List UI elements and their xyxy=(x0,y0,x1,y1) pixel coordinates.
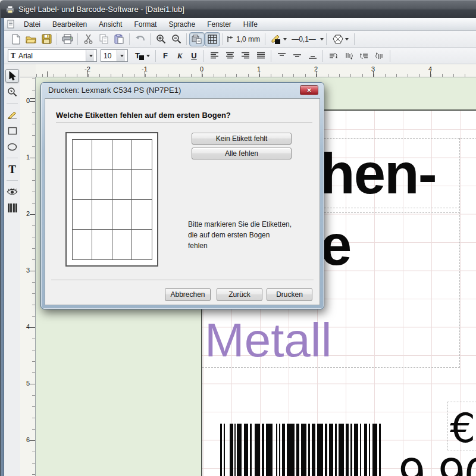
pen-color-button[interactable] xyxy=(268,32,289,46)
label-cell[interactable] xyxy=(131,169,152,200)
view-grid-toggle[interactable] xyxy=(205,32,220,46)
copy-button[interactable] xyxy=(96,32,111,46)
menu-sprache[interactable]: Sprache xyxy=(163,19,201,30)
pencil-icon xyxy=(7,110,17,119)
currency-symbol[interactable]: € xyxy=(450,408,475,449)
rotate-180-button[interactable] xyxy=(356,49,372,63)
zoom-out-icon xyxy=(171,34,181,44)
label-headline-fragment[interactable]: hen- xyxy=(320,145,436,202)
bold-button[interactable]: F xyxy=(158,49,173,62)
align-justify-button[interactable] xyxy=(253,49,268,63)
label-cell[interactable] xyxy=(92,169,112,200)
valign-top-button[interactable] xyxy=(274,49,289,63)
menu-hilfe[interactable]: Hilfe xyxy=(238,19,263,30)
menu-bearbeiten[interactable]: Bearbeiten xyxy=(47,19,92,30)
save-button[interactable] xyxy=(39,32,54,46)
pencil-tool-button[interactable] xyxy=(5,108,19,121)
label-cell[interactable] xyxy=(131,139,152,170)
ellipse-icon xyxy=(7,143,17,151)
text-tool-button[interactable]: T xyxy=(5,162,19,176)
vruler-label: 1 xyxy=(26,154,30,161)
valign-bottom-button[interactable] xyxy=(305,49,320,63)
label-headline-fragment[interactable]: e xyxy=(320,217,350,274)
open-file-button[interactable] xyxy=(23,32,39,46)
label-cell[interactable] xyxy=(131,199,152,230)
font-family-dropdown-arrow xyxy=(86,50,94,61)
label-cell[interactable] xyxy=(131,229,152,260)
label-cell[interactable] xyxy=(72,139,93,170)
document-icon[interactable] xyxy=(7,20,15,29)
cancel-button[interactable]: Abbrechen xyxy=(165,288,211,301)
new-document-icon xyxy=(11,34,21,45)
barcode-tool-button[interactable] xyxy=(5,201,19,215)
format-toolbar: T Arial 10 T F K U xyxy=(4,48,476,64)
cut-button[interactable] xyxy=(80,32,96,46)
align-center-button[interactable] xyxy=(222,49,237,63)
valign-middle-button[interactable] xyxy=(289,49,305,63)
copy-icon xyxy=(99,34,109,44)
material-text[interactable]: Metall xyxy=(205,317,331,364)
align-right-button[interactable] xyxy=(237,49,253,63)
label-cell[interactable] xyxy=(112,229,133,260)
label-cell[interactable] xyxy=(72,199,93,230)
select-tool-button[interactable] xyxy=(5,69,19,83)
print-confirm-button[interactable]: Drucken xyxy=(267,288,312,301)
title-bar[interactable]: Sigel Label- und Barcode-Software - [Dat… xyxy=(0,0,476,18)
hruler-label: -1 xyxy=(142,65,148,73)
ellipse-tool-button[interactable] xyxy=(5,140,19,154)
label-cell[interactable] xyxy=(112,199,133,230)
label-cell[interactable] xyxy=(72,229,93,260)
no-label-missing-button[interactable]: Kein Etikett fehlt xyxy=(192,133,292,145)
menu-fenster[interactable]: Fenster xyxy=(202,19,237,30)
font-family-select[interactable]: T Arial xyxy=(8,49,97,62)
label-cell[interactable] xyxy=(92,229,112,260)
zoom-region-tool-button[interactable] xyxy=(5,85,19,99)
label-sheet-preview[interactable] xyxy=(65,132,158,267)
menu-bar: Datei Bearbeiten Ansicht Format Sprache … xyxy=(4,18,476,31)
undo-button[interactable] xyxy=(132,32,148,46)
text-tool-icon: T xyxy=(8,164,16,175)
label-cell[interactable] xyxy=(92,139,112,170)
close-button[interactable]: × xyxy=(300,85,318,95)
barcode[interactable] xyxy=(220,424,382,476)
menu-ansicht[interactable]: Ansicht xyxy=(93,19,127,30)
label-cell[interactable] xyxy=(72,169,93,200)
menu-datei[interactable]: Datei xyxy=(18,19,46,30)
label-cell[interactable] xyxy=(112,139,133,170)
underline-button[interactable]: U xyxy=(187,49,201,62)
rotate-0-button[interactable] xyxy=(325,49,341,63)
app-icon xyxy=(5,5,15,14)
rectangle-tool-button[interactable] xyxy=(5,124,19,137)
zoom-out-button[interactable] xyxy=(168,32,184,46)
price-text[interactable]: 9,90 xyxy=(399,451,476,476)
rotate-90-icon xyxy=(344,52,353,60)
italic-button[interactable]: K xyxy=(173,49,187,62)
font-size-select[interactable]: 10 xyxy=(101,49,128,62)
back-button[interactable]: Zurück xyxy=(217,288,262,301)
font-color-button[interactable]: T xyxy=(131,49,153,63)
object-boundary-dashed xyxy=(202,367,460,368)
menu-format[interactable]: Format xyxy=(129,19,162,30)
line-width-button[interactable]: —0,1— xyxy=(289,32,324,46)
rotate-90-button[interactable] xyxy=(341,49,356,63)
font-size-dropdown-arrow xyxy=(117,50,125,61)
new-document-button[interactable] xyxy=(8,32,23,46)
image-tool-button[interactable] xyxy=(5,185,19,199)
snap-spacing-value[interactable]: 1,0 mm xyxy=(234,35,262,43)
fill-color-button[interactable] xyxy=(329,32,352,46)
valign-bottom-icon xyxy=(308,52,317,60)
label-cell[interactable] xyxy=(112,169,133,200)
vruler-label: 6 xyxy=(26,436,30,443)
align-left-button[interactable] xyxy=(206,49,222,63)
zoom-in-button[interactable] xyxy=(153,32,168,46)
window-title: Sigel Label- und Barcode-Software - [Dat… xyxy=(18,5,184,14)
dialog-title: Drucken: Lexmark C534 PS (NP7PE1) xyxy=(48,86,181,95)
rotate-270-button[interactable] xyxy=(372,49,387,63)
view-borders-toggle[interactable] xyxy=(189,32,205,46)
svg-text:T: T xyxy=(135,51,140,60)
paste-button[interactable] xyxy=(111,32,127,46)
print-button[interactable] xyxy=(60,32,75,46)
label-cell[interactable] xyxy=(92,199,112,230)
print-dialog[interactable]: Drucken: Lexmark C534 PS (NP7PE1) × Welc… xyxy=(40,82,324,309)
all-missing-button[interactable]: Alle fehlen xyxy=(192,148,292,159)
